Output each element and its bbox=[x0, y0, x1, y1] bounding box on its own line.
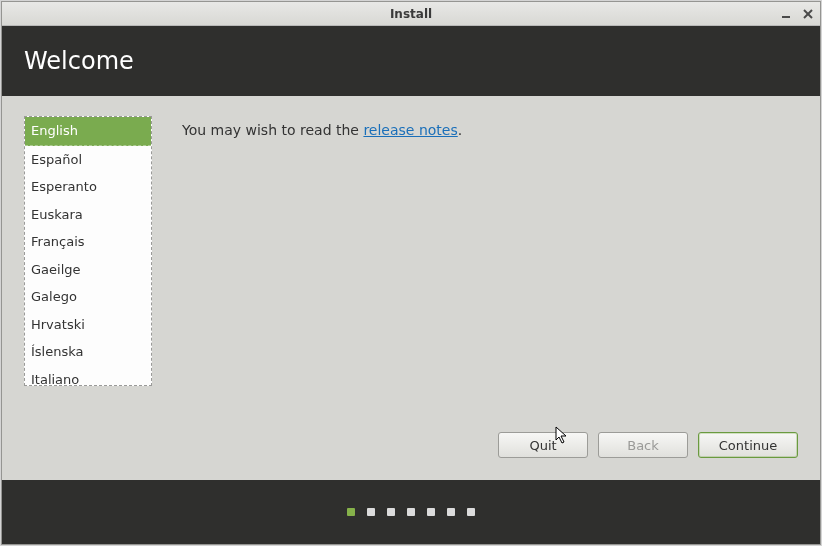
language-item[interactable]: Français bbox=[25, 228, 151, 256]
back-button: Back bbox=[598, 432, 688, 458]
button-row: Quit Back Continue bbox=[498, 432, 798, 458]
progress-dot bbox=[347, 508, 355, 516]
language-list[interactable]: EnglishEspañolEsperantoEuskaraFrançaisGa… bbox=[24, 116, 152, 386]
language-item[interactable]: Esperanto bbox=[25, 173, 151, 201]
progress-dot bbox=[387, 508, 395, 516]
close-icon bbox=[803, 9, 813, 19]
continue-button[interactable]: Continue bbox=[698, 432, 798, 458]
install-window: Install Welcome EnglishEspañolEsperantoE… bbox=[1, 1, 821, 545]
page-title: Welcome bbox=[24, 47, 134, 75]
language-item[interactable]: Euskara bbox=[25, 201, 151, 229]
language-item[interactable]: Hrvatski bbox=[25, 311, 151, 339]
progress-dot bbox=[367, 508, 375, 516]
welcome-message: You may wish to read the release notes. bbox=[182, 116, 798, 470]
minimize-button[interactable] bbox=[778, 6, 794, 22]
header: Welcome bbox=[2, 26, 820, 96]
close-button[interactable] bbox=[800, 6, 816, 22]
titlebar: Install bbox=[2, 2, 820, 26]
content-area: EnglishEspañolEsperantoEuskaraFrançaisGa… bbox=[2, 96, 820, 480]
progress-dot bbox=[407, 508, 415, 516]
window-controls bbox=[778, 2, 816, 25]
progress-dot bbox=[447, 508, 455, 516]
quit-button[interactable]: Quit bbox=[498, 432, 588, 458]
svg-rect-0 bbox=[782, 16, 790, 18]
progress-dots bbox=[2, 480, 820, 544]
language-item[interactable]: Italiano bbox=[25, 366, 151, 387]
minimize-icon bbox=[781, 9, 791, 19]
window-title: Install bbox=[390, 7, 432, 21]
message-prefix: You may wish to read the bbox=[182, 122, 363, 138]
language-item[interactable]: Español bbox=[25, 146, 151, 174]
language-item[interactable]: Galego bbox=[25, 283, 151, 311]
language-item[interactable]: Íslenska bbox=[25, 338, 151, 366]
language-item[interactable]: English bbox=[25, 117, 151, 146]
progress-dot bbox=[467, 508, 475, 516]
message-suffix: . bbox=[458, 122, 462, 138]
language-item[interactable]: Gaeilge bbox=[25, 256, 151, 284]
release-notes-link[interactable]: release notes bbox=[363, 122, 457, 138]
progress-dot bbox=[427, 508, 435, 516]
